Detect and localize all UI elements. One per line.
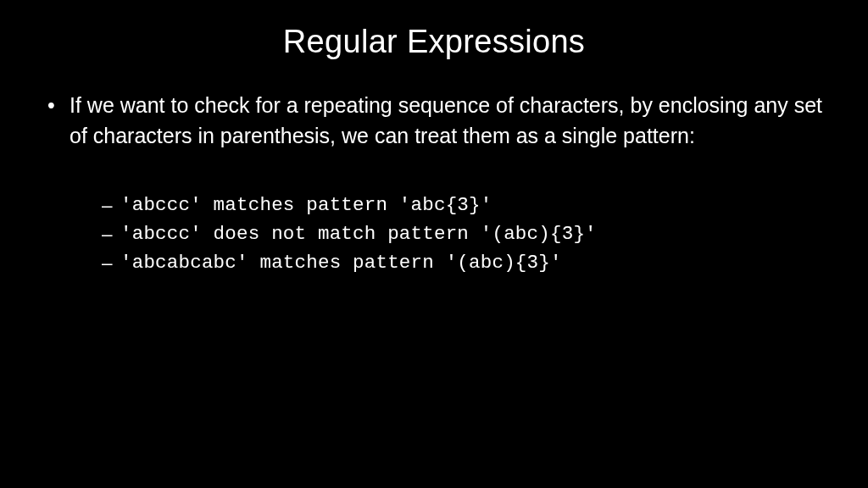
list-item: 'abcabcabc' matches pattern '(abc){3}' bbox=[102, 249, 826, 278]
list-item: 'abccc' does not match pattern '(abc){3}… bbox=[102, 220, 826, 249]
sub-bullet-list: 'abccc' matches pattern 'abc{3}' 'abccc'… bbox=[42, 191, 826, 277]
list-item: 'abccc' matches pattern 'abc{3}' bbox=[102, 191, 826, 220]
main-bullet-text: If we want to check for a repeating sequ… bbox=[42, 91, 826, 151]
slide-title: Regular Expressions bbox=[42, 24, 826, 60]
slide-container: Regular Expressions If we want to check … bbox=[0, 0, 868, 488]
